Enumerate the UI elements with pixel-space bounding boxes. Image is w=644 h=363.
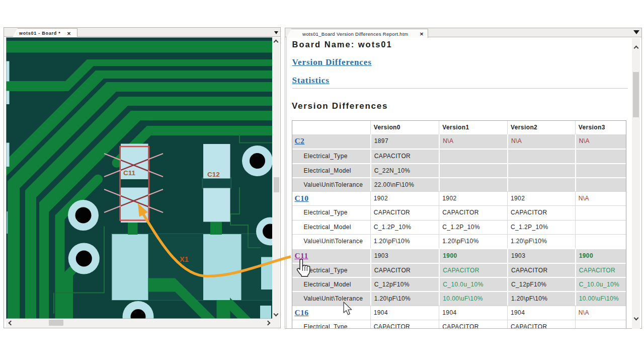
- svg-text:X1: X1: [180, 255, 189, 263]
- svg-text:C11: C11: [123, 169, 136, 177]
- svg-text:C12: C12: [207, 171, 220, 178]
